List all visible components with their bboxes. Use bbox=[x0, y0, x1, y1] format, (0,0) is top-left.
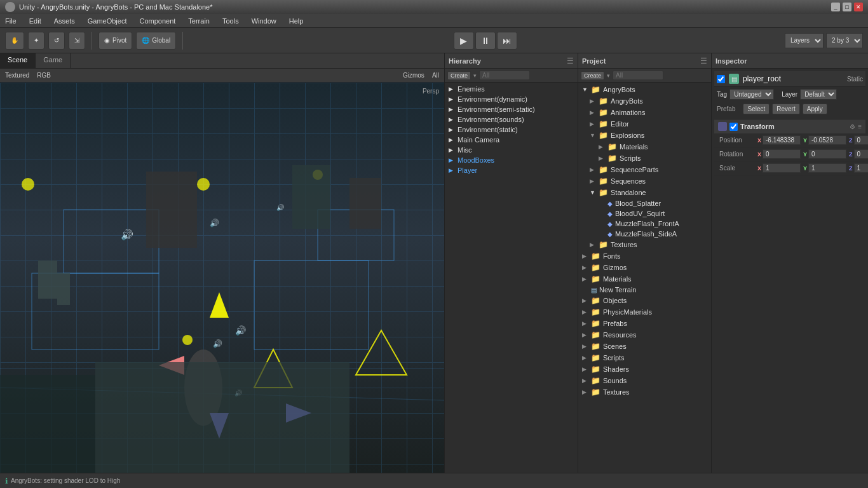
hierarchy-dropdown-arrow[interactable]: ▾ bbox=[473, 72, 477, 79]
project-item-sounds[interactable]: ▶ 📁 Sounds bbox=[578, 375, 711, 386]
rot-y-input[interactable] bbox=[808, 149, 846, 159]
all-label[interactable]: All bbox=[430, 71, 442, 79]
project-item-resources[interactable]: ▶ 📁 Resources bbox=[578, 329, 711, 341]
item-label: Objects bbox=[603, 297, 627, 304]
pause-button[interactable]: ⏸ bbox=[475, 32, 496, 50]
rot-z-input[interactable] bbox=[854, 149, 868, 159]
object-active-checkbox[interactable] bbox=[717, 75, 725, 83]
project-item-blood-splatter[interactable]: ▶ ◆ Blood_Splatter bbox=[578, 198, 711, 208]
project-item-editor[interactable]: ▶ 📁 Editor bbox=[578, 118, 711, 130]
layout-dropdown[interactable]: 2 by 3 bbox=[826, 33, 863, 48]
menu-help[interactable]: Help bbox=[287, 16, 306, 26]
close-button[interactable]: ✕ bbox=[854, 3, 863, 11]
shading-dropdown[interactable]: Textured bbox=[3, 71, 32, 79]
rot-x-input[interactable] bbox=[763, 149, 801, 159]
sz-label: Z bbox=[849, 165, 853, 172]
project-menu-icon[interactable]: ☰ bbox=[700, 57, 707, 65]
project-item-scenes[interactable]: ▶ 📁 Scenes bbox=[578, 341, 711, 352]
revert-button[interactable]: Revert bbox=[772, 104, 799, 114]
project-item-sequenceparts[interactable]: ▶ 📁 SequenceParts bbox=[578, 164, 711, 175]
pivot-button[interactable]: ◉ Pivot bbox=[98, 32, 132, 50]
project-item-new-terrain[interactable]: ▶ ▤ New Terrain bbox=[578, 285, 711, 295]
apply-button[interactable]: Apply bbox=[803, 104, 827, 114]
menu-window[interactable]: Window bbox=[249, 16, 279, 26]
project-create-button[interactable]: Create bbox=[581, 71, 604, 80]
menu-tools[interactable]: Tools bbox=[220, 16, 241, 26]
menu-file[interactable]: File bbox=[3, 16, 19, 26]
scale-x-input[interactable] bbox=[763, 163, 801, 173]
project-item-scripts-root[interactable]: ▶ 📁 Scripts bbox=[578, 352, 711, 363]
scale-z-input[interactable] bbox=[854, 163, 868, 173]
hierarchy-item-misc[interactable]: ▶ Misc bbox=[445, 145, 578, 155]
scale-tool-button[interactable]: ⇲ bbox=[69, 32, 85, 50]
hierarchy-item-main-camera[interactable]: ▶ Main Camera bbox=[445, 135, 578, 145]
folder-icon: 📁 bbox=[607, 142, 617, 151]
transform-component-header[interactable]: Transform ⚙ ≡ bbox=[714, 119, 865, 133]
pos-y-input[interactable] bbox=[808, 135, 846, 145]
hierarchy-menu-icon[interactable]: ☰ bbox=[567, 57, 574, 65]
tag-dropdown[interactable]: Untagged bbox=[729, 89, 774, 100]
project-item-objects[interactable]: ▶ 📁 Objects bbox=[578, 295, 711, 306]
tab-game[interactable]: Game bbox=[36, 53, 71, 68]
layer-dropdown[interactable]: Default bbox=[800, 89, 837, 100]
project-item-fonts[interactable]: ▶ 📁 Fonts bbox=[578, 250, 711, 262]
project-item-standalone[interactable]: ▼ 📁 Standalone bbox=[578, 187, 711, 198]
item-label: Environment(semi-static) bbox=[458, 105, 535, 113]
project-item-prefabs[interactable]: ▶ 📁 Prefabs bbox=[578, 318, 711, 329]
hierarchy-item-env-dynamic[interactable]: ▶ Environment(dynamic) bbox=[445, 94, 578, 104]
move-tool-button[interactable]: ✦ bbox=[28, 32, 44, 50]
hierarchy-item-env-semistatic[interactable]: ▶ Environment(semi-static) bbox=[445, 104, 578, 114]
project-item-animations[interactable]: ▶ 📁 Animations bbox=[578, 107, 711, 118]
transform-menu-icon[interactable]: ≡ bbox=[858, 123, 862, 130]
step-button[interactable]: ⏭ bbox=[497, 32, 517, 50]
hierarchy-create-button[interactable]: Create bbox=[447, 71, 471, 80]
scale-y-input[interactable] bbox=[808, 163, 846, 173]
pos-x-input[interactable] bbox=[763, 135, 801, 145]
project-item-materials-root[interactable]: ▶ 📁 Materials bbox=[578, 273, 711, 285]
hierarchy-search-input[interactable] bbox=[479, 71, 530, 80]
project-item-physic-materials[interactable]: ▶ 📁 PhysicMaterials bbox=[578, 306, 711, 318]
project-dropdown-arrow[interactable]: ▾ bbox=[607, 72, 610, 79]
hierarchy-item-env-static[interactable]: ▶ Environment(static) bbox=[445, 125, 578, 135]
transform-settings-icon[interactable]: ⚙ bbox=[850, 123, 855, 130]
menu-gameobject[interactable]: GameObject bbox=[85, 16, 130, 26]
project-item-blooduv-squirt[interactable]: ▶ ◆ BloodUV_Squirt bbox=[578, 208, 711, 219]
project-item-muzzleflash-sidea[interactable]: ▶ ◆ MuzzleFlash_SideA bbox=[578, 229, 711, 239]
project-item-gizmos[interactable]: ▶ 📁 Gizmos bbox=[578, 262, 711, 273]
hand-tool-button[interactable]: ✋ bbox=[5, 32, 24, 50]
project-item-scripts[interactable]: ▶ 📁 Scripts bbox=[578, 152, 711, 164]
project-item-textures-root[interactable]: ▶ 📁 Textures bbox=[578, 386, 711, 398]
menu-terrain[interactable]: Terrain bbox=[186, 16, 212, 26]
global-button[interactable]: 🌐 Global bbox=[136, 32, 176, 50]
project-item-angrybots-root[interactable]: ▼ 📁 AngryBots bbox=[578, 84, 711, 95]
project-item-textures-sub[interactable]: ▶ 📁 Textures bbox=[578, 239, 711, 250]
project-item-muzzleflash-fronta[interactable]: ▶ ◆ MuzzleFlash_FrontA bbox=[578, 219, 711, 229]
project-item-explosions[interactable]: ▼ 📁 Explosions bbox=[578, 130, 711, 141]
project-item-shaders[interactable]: ▶ 📁 Shaders bbox=[578, 363, 711, 375]
titlebar-controls[interactable]: _ □ ✕ bbox=[831, 3, 863, 11]
hierarchy-item-moodboxes[interactable]: ▶ MoodBoxes bbox=[445, 155, 578, 165]
select-button[interactable]: Select bbox=[743, 104, 770, 114]
maximize-button[interactable]: □ bbox=[843, 3, 851, 11]
transform-enabled-checkbox[interactable] bbox=[729, 123, 738, 131]
project-item-angrybots[interactable]: ▶ 📁 AngryBots bbox=[578, 95, 711, 107]
scene-view[interactable]: 🔊 🔊 🔊 🔊 🔊 🔊 Per bbox=[0, 83, 444, 473]
pos-z-input[interactable] bbox=[854, 135, 868, 145]
layers-dropdown[interactable]: Layers bbox=[785, 33, 824, 48]
minimize-button[interactable]: _ bbox=[831, 3, 840, 11]
project-search-input[interactable] bbox=[613, 71, 663, 80]
play-button[interactable]: ▶ bbox=[454, 32, 474, 50]
rotate-tool-button[interactable]: ↺ bbox=[48, 32, 65, 50]
hierarchy-item-enemies[interactable]: ▶ Enemies bbox=[445, 84, 578, 94]
menu-edit[interactable]: Edit bbox=[27, 16, 44, 26]
menu-assets[interactable]: Assets bbox=[51, 16, 78, 26]
hierarchy-item-player[interactable]: ▶ Player bbox=[445, 165, 578, 175]
rot-y-coord: Y bbox=[803, 149, 846, 159]
color-dropdown[interactable]: RGB bbox=[34, 71, 53, 79]
project-item-sequences[interactable]: ▶ 📁 Sequences bbox=[578, 175, 711, 187]
gizmos-button[interactable]: Gizmos bbox=[400, 71, 427, 79]
menu-component[interactable]: Component bbox=[137, 16, 178, 26]
project-item-materials[interactable]: ▶ 📁 Materials bbox=[578, 141, 711, 152]
tab-scene[interactable]: Scene bbox=[0, 53, 36, 68]
hierarchy-item-env-sounds[interactable]: ▶ Environment(sounds) bbox=[445, 114, 578, 125]
